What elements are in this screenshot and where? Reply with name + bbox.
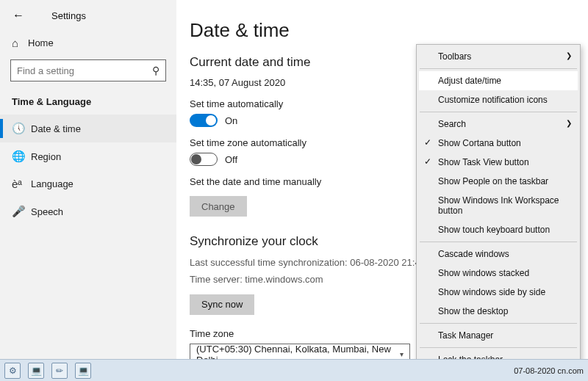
cm-label: Show People on the taskbar (438, 176, 548, 186)
cm-separator (420, 242, 577, 242)
cm-label: Cascade windows (438, 249, 509, 259)
cm-stacked[interactable]: Show windows stacked (419, 264, 578, 283)
cm-adjust-datetime[interactable]: Adjust date/time (419, 71, 578, 90)
taskbar-context-menu: Toolbars ❯ Adjust date/time Customize no… (416, 44, 581, 381)
taskbar-app-icon[interactable]: 💻 (75, 363, 91, 379)
cm-show-touchkb[interactable]: Show touch keyboard button (419, 220, 578, 239)
cm-show-taskview[interactable]: ✓ Show Task View button (419, 153, 578, 172)
sidebar-header: ← Settings (0, 6, 176, 31)
cm-task-manager[interactable]: Task Manager (419, 326, 578, 345)
cm-label: Show Cortana button (438, 138, 521, 148)
chevron-right-icon: ❯ (566, 51, 572, 59)
sidebar-home-label: Home (28, 37, 54, 48)
search-field[interactable] (17, 65, 152, 76)
toggle-thumb (191, 154, 201, 164)
cm-show-desktop[interactable]: Show the desktop (419, 302, 578, 321)
page-title: Date & time (190, 19, 582, 42)
cm-side-by-side[interactable]: Show windows side by side (419, 283, 578, 302)
check-icon: ✓ (424, 156, 431, 167)
toggle-track (190, 153, 218, 166)
cm-separator (420, 68, 577, 69)
sidebar: ← Settings ⌂ Home ⚲ Time & Language 🕔 Da… (0, 0, 176, 360)
taskbar-app-icon[interactable]: ✏ (51, 363, 68, 379)
cm-label: Show Windows Ink Workspace button (438, 195, 559, 216)
microphone-icon: 🎤 (12, 205, 31, 218)
cm-label: Show windows stacked (438, 268, 529, 278)
sidebar-item-speech[interactable]: 🎤 Speech (0, 197, 176, 225)
sidebar-item-region[interactable]: 🌐 Region (0, 142, 176, 170)
taskbar-clock[interactable]: 07-08-2020 cn.com (514, 366, 584, 375)
toggle-state: Off (225, 154, 237, 165)
cm-show-people[interactable]: Show People on the taskbar (419, 172, 578, 191)
check-icon: ✓ (424, 137, 431, 148)
sidebar-item-label: Date & time (31, 123, 81, 134)
cm-label: Toolbars (438, 51, 471, 62)
cm-show-ink[interactable]: Show Windows Ink Workspace button (419, 191, 578, 220)
sync-now-button[interactable]: Sync now (190, 294, 254, 315)
taskbar-left: ⚙ 💻 ✏ 💻 (4, 363, 91, 379)
change-button[interactable]: Change (190, 196, 247, 217)
settings-window: ← Settings ⌂ Home ⚲ Time & Language 🕔 Da… (0, 0, 588, 381)
globe-icon: 🌐 (12, 150, 31, 163)
language-icon: èª (12, 178, 31, 190)
cm-label: Show Task View button (438, 157, 529, 167)
cm-cascade[interactable]: Cascade windows (419, 244, 578, 264)
cm-show-cortana[interactable]: ✓ Show Cortana button (419, 134, 578, 153)
search-input[interactable]: ⚲ (10, 59, 166, 81)
home-icon: ⌂ (12, 37, 28, 49)
taskbar-app-icon[interactable]: 💻 (28, 363, 44, 379)
sidebar-category: Time & Language (0, 89, 176, 115)
back-button[interactable]: ← (12, 9, 25, 22)
toggle-track (190, 114, 218, 127)
cm-separator (420, 347, 577, 348)
toggle-state: On (225, 115, 237, 126)
cm-label: Show touch keyboard button (438, 225, 550, 235)
chevron-down-icon: ▾ (400, 350, 404, 358)
sidebar-item-language[interactable]: èª Language (0, 170, 176, 197)
cm-label: Show the desktop (438, 306, 508, 316)
chevron-right-icon: ❯ (566, 119, 572, 127)
cm-separator (420, 112, 577, 112)
window-title: Settings (51, 10, 86, 21)
sidebar-item-datetime[interactable]: 🕔 Date & time (0, 115, 176, 142)
sidebar-item-label: Region (31, 151, 61, 162)
cm-label: Task Manager (438, 330, 493, 341)
search-icon: ⚲ (152, 65, 159, 76)
cm-label: Show windows side by side (438, 287, 545, 297)
sidebar-item-label: Speech (31, 206, 63, 217)
cm-label: Customize notification icons (438, 95, 548, 105)
cm-search[interactable]: Search ❯ (419, 115, 578, 134)
taskbar: ⚙ 💻 ✏ 💻 07-08-2020 cn.com (0, 359, 588, 381)
sidebar-home[interactable]: ⌂ Home (0, 31, 176, 55)
taskbar-start-icon[interactable]: ⚙ (4, 363, 21, 379)
cm-separator (420, 323, 577, 324)
cm-label: Adjust date/time (438, 76, 501, 86)
cm-customize-notif[interactable]: Customize notification icons (419, 90, 578, 109)
clock-icon: 🕔 (12, 122, 31, 135)
cm-toolbars[interactable]: Toolbars ❯ (419, 47, 578, 66)
sidebar-item-label: Language (31, 178, 74, 189)
toggle-thumb (206, 115, 216, 126)
cm-label: Search (438, 119, 466, 129)
